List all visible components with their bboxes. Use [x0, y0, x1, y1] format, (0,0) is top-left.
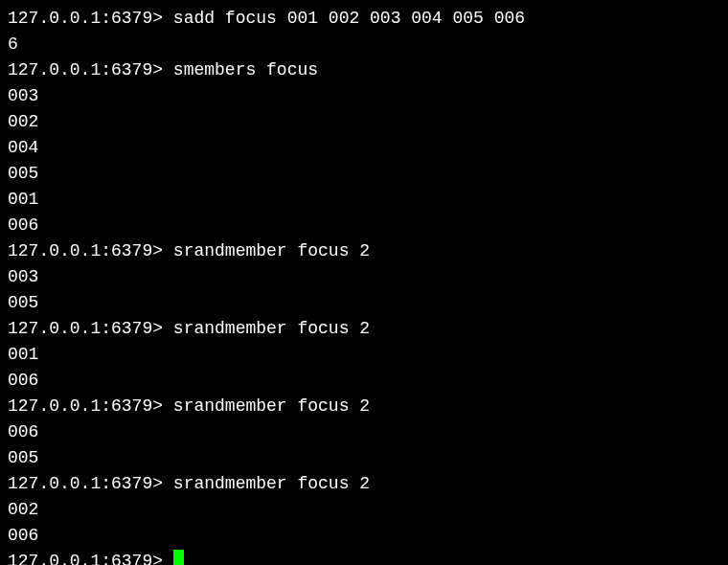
prompt: 127.0.0.1:6379>	[8, 9, 173, 28]
prompt: 127.0.0.1:6379>	[8, 60, 173, 79]
output-line: 002	[8, 497, 720, 523]
prompt: 127.0.0.1:6379>	[8, 396, 173, 416]
prompt: 127.0.0.1:6379>	[8, 552, 173, 565]
command-line: 127.0.0.1:6379> srandmember focus 2	[8, 238, 720, 264]
terminal[interactable]: 127.0.0.1:6379> sadd focus 001 002 003 0…	[8, 6, 720, 565]
output-line: 6	[8, 32, 720, 57]
command-text: sadd focus 001 002 003 004 005 006	[173, 9, 525, 28]
output-line: 001	[8, 187, 720, 213]
output-line: 002	[8, 109, 720, 135]
command-text: srandmember focus 2	[173, 319, 370, 338]
command-text: smembers focus	[173, 60, 318, 79]
command-line: 127.0.0.1:6379> srandmember focus 2	[8, 471, 720, 497]
prompt: 127.0.0.1:6379>	[8, 474, 173, 493]
output-line: 003	[8, 264, 720, 290]
command-line: 127.0.0.1:6379> sadd focus 001 002 003 0…	[8, 6, 720, 32]
command-line: 127.0.0.1:6379> srandmember focus 2	[8, 394, 720, 419]
command-text: srandmember focus 2	[173, 241, 370, 260]
output-line: 006	[8, 419, 720, 445]
output-line: 004	[8, 135, 720, 161]
command-text: srandmember focus 2	[173, 474, 370, 493]
output-line: 005	[8, 290, 720, 316]
prompt: 127.0.0.1:6379>	[8, 319, 173, 338]
command-text: srandmember focus 2	[173, 396, 370, 416]
current-prompt-line[interactable]: 127.0.0.1:6379>	[8, 549, 720, 565]
output-line: 005	[8, 161, 720, 187]
output-line: 006	[8, 213, 720, 238]
prompt: 127.0.0.1:6379>	[8, 241, 173, 260]
output-line: 001	[8, 342, 720, 368]
output-line: 006	[8, 523, 720, 549]
output-line: 003	[8, 83, 720, 109]
cursor	[173, 550, 184, 565]
output-line: 005	[8, 445, 720, 471]
output-line: 006	[8, 368, 720, 394]
command-line: 127.0.0.1:6379> srandmember focus 2	[8, 316, 720, 342]
command-line: 127.0.0.1:6379> smembers focus	[8, 57, 720, 83]
